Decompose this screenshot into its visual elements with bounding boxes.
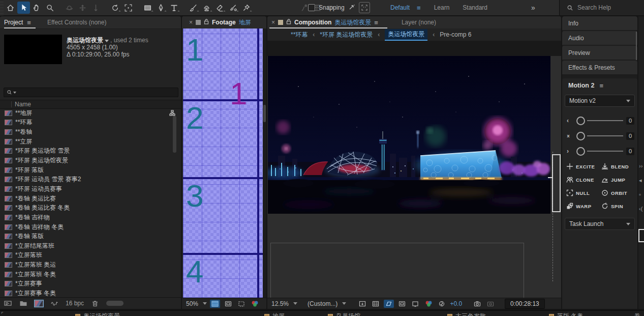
- workspace-menu-icon[interactable]: ≡: [417, 4, 421, 12]
- footage-panel-title[interactable]: Footage: [212, 19, 236, 26]
- trash-icon[interactable]: [91, 300, 99, 307]
- region-of-interest-icon[interactable]: [236, 300, 247, 308]
- footage-viewport[interactable]: 1 1 2 3 4: [183, 28, 263, 298]
- item-dropdown-icon[interactable]: [105, 40, 109, 42]
- layer-handle-box[interactable]: [552, 154, 561, 212]
- slider-value[interactable]: 0: [626, 148, 634, 155]
- project-item-row[interactable]: **地屏: [0, 108, 181, 118]
- lock-icon[interactable]: [286, 19, 291, 26]
- project-scrollbar[interactable]: [173, 116, 176, 153]
- project-item-row[interactable]: *立屏结尾落班: [0, 241, 181, 251]
- pan-behind-tool-icon[interactable]: [122, 2, 135, 14]
- slider-track[interactable]: [587, 151, 623, 152]
- breadcrumb-item[interactable]: Pre-comp 6: [440, 31, 471, 38]
- slider-knob[interactable]: [576, 132, 585, 140]
- workspace-standard[interactable]: Standard: [463, 4, 487, 11]
- cropped-render-box[interactable]: [638, 229, 644, 242]
- task-launch-dropdown[interactable]: Task Launch: [565, 218, 635, 230]
- excite-button[interactable]: EXCITE: [566, 163, 601, 170]
- project-item-row[interactable]: *环屏 运动员 雪景 赛事2: [0, 175, 181, 184]
- pixel-aspect-icon[interactable]: [410, 300, 420, 308]
- chevron-down-icon[interactable]: [203, 302, 207, 305]
- motion2-panel-title[interactable]: Motion 2: [568, 82, 594, 89]
- comp-zoom-level[interactable]: 12.5%: [271, 300, 289, 307]
- tab-project[interactable]: Project: [4, 19, 23, 26]
- project-item-row[interactable]: *立屏落班 奥运: [0, 260, 181, 270]
- snapshot-camera-icon[interactable]: [472, 300, 482, 308]
- new-composition-icon[interactable]: [35, 300, 43, 307]
- chevron-down-icon[interactable]: [342, 302, 346, 305]
- brush-tool-icon[interactable]: [187, 2, 200, 14]
- search-help-box[interactable]: Search Help: [559, 0, 644, 15]
- slider-value[interactable]: 0: [626, 132, 634, 140]
- footage-zoom-level[interactable]: 50%: [186, 300, 198, 307]
- transparency-grid-icon[interactable]: [371, 300, 381, 308]
- grid-guides-icon[interactable]: [357, 300, 367, 308]
- project-item-row[interactable]: *立屏赛事: [0, 279, 181, 289]
- project-item-row[interactable]: *环屏 落版: [0, 165, 181, 175]
- scroll-pill[interactable]: [106, 301, 124, 306]
- panel-menu-icon[interactable]: ≡: [27, 19, 31, 26]
- close-panel-icon[interactable]: ×: [189, 19, 193, 26]
- home-icon[interactable]: [4, 2, 17, 14]
- project-item-row[interactable]: *卷轴 吉祥物: [0, 213, 181, 222]
- null-button[interactable]: NULL: [566, 189, 601, 196]
- spin-button[interactable]: SPIN: [601, 203, 636, 210]
- snap-arrow-icon[interactable]: [348, 4, 355, 12]
- workspace-overflow-icon[interactable]: »: [531, 4, 534, 12]
- project-item-row[interactable]: *卷轴 落版: [0, 232, 181, 241]
- project-item-row[interactable]: *立屏落班 冬奥: [0, 270, 181, 279]
- project-search-input[interactable]: [4, 88, 178, 97]
- panel-tab-effects-presets[interactable]: Effects & Presets: [562, 61, 637, 74]
- project-item-row[interactable]: *卷轴 奥运比赛: [0, 194, 181, 204]
- roto-brush-tool-icon[interactable]: [227, 2, 239, 14]
- tab-layer[interactable]: Layer (none): [402, 19, 436, 26]
- timeline-tab[interactable]: 落版 冬奥: [549, 312, 583, 316]
- panel-menu-icon[interactable]: ≡: [374, 19, 378, 26]
- comp-resolution[interactable]: (Custom...): [308, 300, 338, 307]
- zoom-tool-icon[interactable]: [44, 2, 56, 14]
- lock-icon[interactable]: [204, 19, 209, 26]
- timeline-tab[interactable]: 卷轴落版: [626, 312, 644, 316]
- show-snapshot-icon[interactable]: [485, 300, 496, 308]
- composition-panel-title[interactable]: Composition: [294, 19, 331, 26]
- project-item-row[interactable]: *卷轴 奥运比赛 冬奥: [0, 203, 181, 213]
- project-item-row[interactable]: *环屏 运动员赛事: [0, 184, 181, 194]
- timeline-tab[interactable]: 大三色发散: [447, 312, 486, 316]
- panel-tab-info[interactable]: Info: [562, 16, 637, 30]
- column-header-row[interactable]: Name: [0, 100, 181, 109]
- slider-track[interactable]: [587, 120, 623, 121]
- timeline-tab[interactable]: 鸟巢场馆: [328, 312, 360, 316]
- project-item-row[interactable]: *立屏赛事 冬奥: [0, 289, 181, 298]
- panel-tab-audio[interactable]: Audio: [562, 31, 637, 45]
- footage-scrollbar[interactable]: [263, 28, 266, 298]
- breadcrumb-item-current[interactable]: 奥运场馆夜景: [385, 29, 427, 41]
- project-item-row[interactable]: *环屏 奥运场馆 雪景: [0, 147, 181, 156]
- panel-tab-preview[interactable]: Preview: [562, 46, 637, 60]
- pen-tool-icon[interactable]: [155, 2, 167, 14]
- exposure-icon[interactable]: [437, 300, 447, 308]
- timecode-display[interactable]: 0:00:28:13: [505, 299, 545, 309]
- blend-button[interactable]: BLEND: [601, 163, 636, 170]
- timeline-tab[interactable]: 地屏: [264, 312, 285, 316]
- clone-button[interactable]: CLONE: [566, 176, 601, 183]
- timeline-tab[interactable]: 奥运场馆夜景: [75, 312, 120, 316]
- slider-value[interactable]: 0: [626, 117, 634, 125]
- slider-track[interactable]: [587, 135, 623, 136]
- slider-knob[interactable]: [576, 147, 585, 156]
- transparency-grid-icon[interactable]: [210, 300, 220, 308]
- slider-knob[interactable]: [576, 117, 585, 125]
- selection-tool-icon[interactable]: [17, 2, 30, 14]
- region-of-interest-icon[interactable]: [397, 300, 407, 308]
- new-folder-icon[interactable]: [19, 300, 27, 307]
- close-panel-icon[interactable]: ×: [271, 19, 275, 26]
- project-item-row[interactable]: **环幕: [0, 118, 181, 128]
- warp-button[interactable]: WARP: [566, 203, 601, 210]
- orbit-button[interactable]: ORBIT: [601, 189, 636, 196]
- rectangle-tool-icon[interactable]: [141, 2, 154, 14]
- clone-stamp-tool-icon[interactable]: [200, 2, 213, 14]
- composition-viewer[interactable]: [267, 41, 561, 298]
- show-channel-icon[interactable]: [423, 300, 434, 308]
- hand-tool-icon[interactable]: [30, 2, 43, 14]
- project-item-row[interactable]: *环屏 奥运场馆夜景: [0, 156, 181, 165]
